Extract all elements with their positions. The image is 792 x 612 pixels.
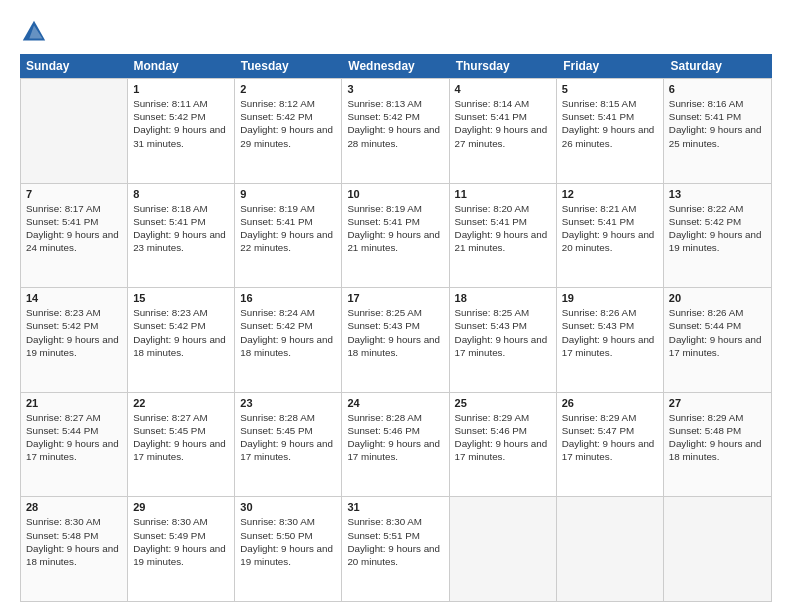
day-number: 28 — [26, 501, 122, 513]
day-number: 31 — [347, 501, 443, 513]
cell-info: Sunrise: 8:21 AMSunset: 5:41 PMDaylight:… — [562, 202, 658, 255]
cell-info: Sunrise: 8:16 AMSunset: 5:41 PMDaylight:… — [669, 97, 766, 150]
calendar-cell: 12 Sunrise: 8:21 AMSunset: 5:41 PMDaylig… — [557, 184, 664, 288]
cell-info: Sunrise: 8:30 AMSunset: 5:48 PMDaylight:… — [26, 515, 122, 568]
calendar-cell: 29 Sunrise: 8:30 AMSunset: 5:49 PMDaylig… — [128, 497, 235, 601]
calendar-cell: 31 Sunrise: 8:30 AMSunset: 5:51 PMDaylig… — [342, 497, 449, 601]
cell-info: Sunrise: 8:28 AMSunset: 5:45 PMDaylight:… — [240, 411, 336, 464]
weekday-header: Saturday — [665, 54, 772, 78]
calendar-cell: 20 Sunrise: 8:26 AMSunset: 5:44 PMDaylig… — [664, 288, 771, 392]
calendar-cell: 19 Sunrise: 8:26 AMSunset: 5:43 PMDaylig… — [557, 288, 664, 392]
day-number: 2 — [240, 83, 336, 95]
weekday-header: Tuesday — [235, 54, 342, 78]
day-number: 4 — [455, 83, 551, 95]
cell-info: Sunrise: 8:26 AMSunset: 5:44 PMDaylight:… — [669, 306, 766, 359]
day-number: 14 — [26, 292, 122, 304]
calendar-header: SundayMondayTuesdayWednesdayThursdayFrid… — [20, 54, 772, 78]
cell-info: Sunrise: 8:27 AMSunset: 5:44 PMDaylight:… — [26, 411, 122, 464]
page-header — [20, 18, 772, 46]
day-number: 7 — [26, 188, 122, 200]
calendar-cell: 16 Sunrise: 8:24 AMSunset: 5:42 PMDaylig… — [235, 288, 342, 392]
cell-info: Sunrise: 8:30 AMSunset: 5:51 PMDaylight:… — [347, 515, 443, 568]
calendar-week: 1 Sunrise: 8:11 AMSunset: 5:42 PMDayligh… — [21, 78, 771, 184]
calendar-cell: 11 Sunrise: 8:20 AMSunset: 5:41 PMDaylig… — [450, 184, 557, 288]
day-number: 5 — [562, 83, 658, 95]
day-number: 3 — [347, 83, 443, 95]
day-number: 23 — [240, 397, 336, 409]
cell-info: Sunrise: 8:24 AMSunset: 5:42 PMDaylight:… — [240, 306, 336, 359]
logo-icon — [20, 18, 48, 46]
day-number: 15 — [133, 292, 229, 304]
calendar-cell — [664, 497, 771, 601]
calendar-cell: 6 Sunrise: 8:16 AMSunset: 5:41 PMDayligh… — [664, 79, 771, 183]
calendar-cell: 13 Sunrise: 8:22 AMSunset: 5:42 PMDaylig… — [664, 184, 771, 288]
calendar-cell: 7 Sunrise: 8:17 AMSunset: 5:41 PMDayligh… — [21, 184, 128, 288]
day-number: 1 — [133, 83, 229, 95]
calendar-cell: 17 Sunrise: 8:25 AMSunset: 5:43 PMDaylig… — [342, 288, 449, 392]
day-number: 19 — [562, 292, 658, 304]
calendar-cell: 9 Sunrise: 8:19 AMSunset: 5:41 PMDayligh… — [235, 184, 342, 288]
day-number: 11 — [455, 188, 551, 200]
weekday-header: Friday — [557, 54, 664, 78]
cell-info: Sunrise: 8:30 AMSunset: 5:50 PMDaylight:… — [240, 515, 336, 568]
day-number: 17 — [347, 292, 443, 304]
day-number: 16 — [240, 292, 336, 304]
day-number: 22 — [133, 397, 229, 409]
calendar-cell: 18 Sunrise: 8:25 AMSunset: 5:43 PMDaylig… — [450, 288, 557, 392]
calendar-cell: 1 Sunrise: 8:11 AMSunset: 5:42 PMDayligh… — [128, 79, 235, 183]
calendar-page: SundayMondayTuesdayWednesdayThursdayFrid… — [0, 0, 792, 612]
cell-info: Sunrise: 8:23 AMSunset: 5:42 PMDaylight:… — [133, 306, 229, 359]
calendar-cell: 26 Sunrise: 8:29 AMSunset: 5:47 PMDaylig… — [557, 393, 664, 497]
logo — [20, 18, 52, 46]
cell-info: Sunrise: 8:25 AMSunset: 5:43 PMDaylight:… — [347, 306, 443, 359]
day-number: 27 — [669, 397, 766, 409]
day-number: 24 — [347, 397, 443, 409]
day-number: 10 — [347, 188, 443, 200]
cell-info: Sunrise: 8:15 AMSunset: 5:41 PMDaylight:… — [562, 97, 658, 150]
calendar-week: 21 Sunrise: 8:27 AMSunset: 5:44 PMDaylig… — [21, 393, 771, 498]
calendar-cell: 3 Sunrise: 8:13 AMSunset: 5:42 PMDayligh… — [342, 79, 449, 183]
cell-info: Sunrise: 8:22 AMSunset: 5:42 PMDaylight:… — [669, 202, 766, 255]
calendar-cell: 21 Sunrise: 8:27 AMSunset: 5:44 PMDaylig… — [21, 393, 128, 497]
calendar-cell: 8 Sunrise: 8:18 AMSunset: 5:41 PMDayligh… — [128, 184, 235, 288]
calendar-cell — [450, 497, 557, 601]
calendar-cell: 24 Sunrise: 8:28 AMSunset: 5:46 PMDaylig… — [342, 393, 449, 497]
day-number: 13 — [669, 188, 766, 200]
calendar-cell: 10 Sunrise: 8:19 AMSunset: 5:41 PMDaylig… — [342, 184, 449, 288]
calendar-cell: 4 Sunrise: 8:14 AMSunset: 5:41 PMDayligh… — [450, 79, 557, 183]
calendar-week: 28 Sunrise: 8:30 AMSunset: 5:48 PMDaylig… — [21, 497, 771, 602]
cell-info: Sunrise: 8:25 AMSunset: 5:43 PMDaylight:… — [455, 306, 551, 359]
calendar-week: 14 Sunrise: 8:23 AMSunset: 5:42 PMDaylig… — [21, 288, 771, 393]
day-number: 20 — [669, 292, 766, 304]
calendar-cell: 2 Sunrise: 8:12 AMSunset: 5:42 PMDayligh… — [235, 79, 342, 183]
cell-info: Sunrise: 8:12 AMSunset: 5:42 PMDaylight:… — [240, 97, 336, 150]
cell-info: Sunrise: 8:18 AMSunset: 5:41 PMDaylight:… — [133, 202, 229, 255]
cell-info: Sunrise: 8:20 AMSunset: 5:41 PMDaylight:… — [455, 202, 551, 255]
cell-info: Sunrise: 8:17 AMSunset: 5:41 PMDaylight:… — [26, 202, 122, 255]
calendar: SundayMondayTuesdayWednesdayThursdayFrid… — [20, 54, 772, 602]
calendar-cell: 30 Sunrise: 8:30 AMSunset: 5:50 PMDaylig… — [235, 497, 342, 601]
calendar-week: 7 Sunrise: 8:17 AMSunset: 5:41 PMDayligh… — [21, 184, 771, 289]
cell-info: Sunrise: 8:14 AMSunset: 5:41 PMDaylight:… — [455, 97, 551, 150]
day-number: 26 — [562, 397, 658, 409]
day-number: 9 — [240, 188, 336, 200]
calendar-cell — [557, 497, 664, 601]
weekday-header: Sunday — [20, 54, 127, 78]
cell-info: Sunrise: 8:23 AMSunset: 5:42 PMDaylight:… — [26, 306, 122, 359]
cell-info: Sunrise: 8:13 AMSunset: 5:42 PMDaylight:… — [347, 97, 443, 150]
calendar-cell: 27 Sunrise: 8:29 AMSunset: 5:48 PMDaylig… — [664, 393, 771, 497]
cell-info: Sunrise: 8:27 AMSunset: 5:45 PMDaylight:… — [133, 411, 229, 464]
calendar-body: 1 Sunrise: 8:11 AMSunset: 5:42 PMDayligh… — [20, 78, 772, 602]
day-number: 25 — [455, 397, 551, 409]
day-number: 18 — [455, 292, 551, 304]
calendar-cell: 5 Sunrise: 8:15 AMSunset: 5:41 PMDayligh… — [557, 79, 664, 183]
calendar-cell: 25 Sunrise: 8:29 AMSunset: 5:46 PMDaylig… — [450, 393, 557, 497]
day-number: 21 — [26, 397, 122, 409]
cell-info: Sunrise: 8:19 AMSunset: 5:41 PMDaylight:… — [347, 202, 443, 255]
day-number: 30 — [240, 501, 336, 513]
cell-info: Sunrise: 8:26 AMSunset: 5:43 PMDaylight:… — [562, 306, 658, 359]
cell-info: Sunrise: 8:11 AMSunset: 5:42 PMDaylight:… — [133, 97, 229, 150]
day-number: 8 — [133, 188, 229, 200]
day-number: 29 — [133, 501, 229, 513]
cell-info: Sunrise: 8:29 AMSunset: 5:46 PMDaylight:… — [455, 411, 551, 464]
